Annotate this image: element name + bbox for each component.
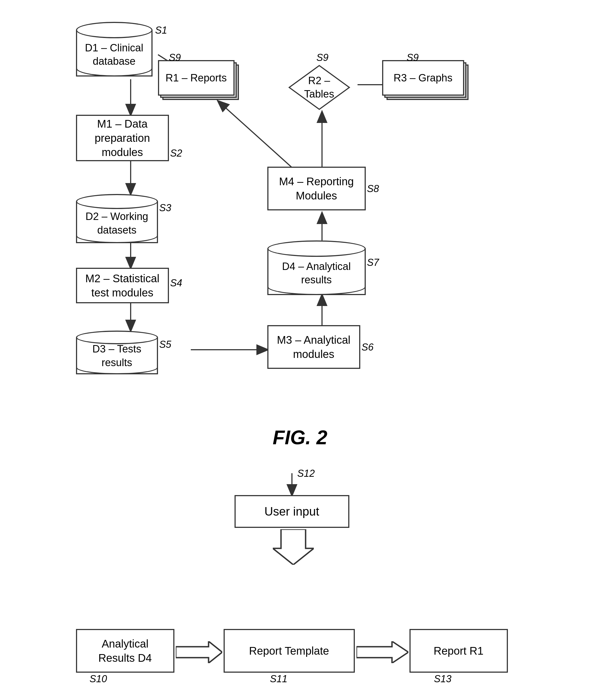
node-r2-diamond: R2 –Tables — [286, 63, 352, 112]
d3-ref: S5 — [159, 339, 171, 350]
s13-ref: S13 — [434, 673, 452, 685]
node-report-template: Report Template — [223, 629, 355, 673]
hollow-arrow-down — [273, 529, 314, 565]
d4-ref: S7 — [367, 257, 379, 268]
fig3-area: S12 User input AnalyticalResults D4 S10 … — [54, 465, 546, 700]
m2-ref: S4 — [170, 277, 182, 289]
node-m3: M3 – Analyticalmodules — [267, 325, 360, 369]
d4-label: D4 – Analyticalresults — [267, 254, 366, 292]
r3-ref: S9 — [407, 52, 419, 64]
report-r1-label: Report R1 — [434, 644, 483, 658]
node-r1-stacked: R1 – Reports — [158, 60, 235, 96]
svg-marker-14 — [176, 641, 222, 663]
fig2-label: FIG. 2 — [272, 426, 327, 449]
node-m1: M1 – Datapreparationmodules — [76, 115, 169, 161]
report-template-label: Report Template — [249, 644, 329, 658]
node-d1: D1 – Clinicaldatabase — [76, 22, 152, 76]
hollow-arrow-right-1 — [176, 641, 222, 663]
d2-ref: S3 — [159, 202, 171, 214]
s12-ref: S12 — [297, 468, 315, 479]
node-analytical-results: AnalyticalResults D4 — [76, 629, 174, 673]
r1-label: R1 – Reports — [158, 60, 235, 96]
d3-label: D3 – Testsresults — [76, 340, 158, 372]
user-input-label: User input — [264, 504, 319, 519]
node-m2: M2 – Statisticaltest modules — [76, 268, 169, 303]
m2-label: M2 – Statisticaltest modules — [85, 271, 159, 300]
r1-ref: S9 — [169, 52, 181, 64]
r2-label: R2 –Tables — [304, 74, 334, 101]
svg-line-7 — [218, 101, 300, 175]
analytical-results-label: AnalyticalResults D4 — [98, 636, 152, 665]
fig2-area: D1 – Clinicaldatabase S1 M1 – Dataprepar… — [54, 17, 546, 394]
m1-label: M1 – Datapreparationmodules — [95, 117, 150, 159]
node-m4: M4 – ReportingModules — [267, 167, 366, 210]
m4-label: M4 – ReportingModules — [279, 174, 354, 203]
node-d2: D2 – Workingdatasets — [76, 194, 158, 243]
r3-label: R3 – Graphs — [382, 60, 464, 96]
node-r3-stacked: R3 – Graphs — [382, 60, 464, 96]
figure-container: D1 – Clinicaldatabase S1 M1 – Dataprepar… — [11, 17, 589, 700]
r2-ref: S9 — [316, 52, 329, 64]
s10-ref: S10 — [90, 673, 107, 685]
node-d3: D3 – Testsresults — [76, 331, 158, 374]
svg-marker-13 — [273, 529, 314, 565]
m1-ref: S2 — [170, 148, 182, 159]
m4-ref: S8 — [367, 183, 379, 195]
m3-label: M3 – Analyticalmodules — [277, 333, 351, 361]
d1-label: D1 – Clinicaldatabase — [76, 35, 152, 74]
s11-ref: S11 — [270, 673, 288, 685]
node-report-r1: Report R1 — [409, 629, 508, 673]
node-d4: D4 – Analyticalresults — [267, 241, 366, 295]
d2-label: D2 – Workingdatasets — [76, 206, 158, 241]
d1-ref: S1 — [155, 25, 167, 36]
node-user-input: User input — [235, 495, 349, 528]
m3-ref: S6 — [362, 342, 374, 353]
svg-marker-15 — [356, 641, 408, 663]
hollow-arrow-right-2 — [356, 641, 408, 663]
